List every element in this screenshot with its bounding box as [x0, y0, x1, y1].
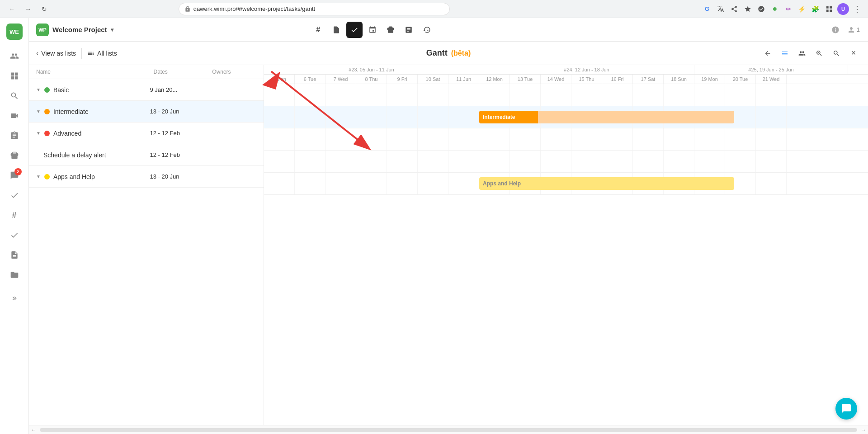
- table-row: ▼ Advanced 12 - 12 Feb: [29, 123, 264, 144]
- scroll-track[interactable]: [40, 428, 857, 432]
- address-bar[interactable]: qawerk.wimi.pro/#/welcome-project/tasks/…: [179, 3, 450, 15]
- gantt-title: Gantt (bêta): [426, 48, 471, 58]
- timeline-cell: [633, 128, 664, 150]
- chevron-icon[interactable]: ▼: [36, 87, 41, 92]
- timeline-cell: [264, 106, 295, 128]
- reload-button[interactable]: ↻: [38, 3, 51, 15]
- view-as-lists-link[interactable]: ‹ View as lists: [36, 49, 76, 57]
- sidebar-item-hash[interactable]: #: [5, 206, 24, 224]
- day-label: 11 Jun: [448, 75, 479, 84]
- day-label: 17 Sat: [633, 75, 664, 84]
- info-icon[interactable]: [828, 23, 843, 37]
- user-avatar[interactable]: U: [837, 3, 849, 15]
- back-button[interactable]: ←: [5, 3, 18, 15]
- day-label: 16 Fri: [602, 75, 633, 84]
- beta-tag: (bêta): [451, 49, 471, 57]
- gantt-zoom-in-btn[interactable]: [812, 46, 826, 61]
- tool-hash[interactable]: #: [310, 22, 326, 38]
- user-count[interactable]: 1: [846, 23, 861, 37]
- google-icon[interactable]: G: [702, 4, 712, 14]
- app-container: WE 2 #: [0, 18, 868, 434]
- gantt-close-btn[interactable]: ×: [846, 46, 861, 61]
- sidebar-item-doc[interactable]: [5, 246, 24, 264]
- timeline-cell: [295, 173, 326, 194]
- green-icon[interactable]: ●: [769, 4, 780, 14]
- gantt-lines-btn[interactable]: [778, 46, 792, 61]
- tool-document[interactable]: [328, 22, 344, 38]
- row-dates-basic: 9 Jan 20...: [146, 83, 205, 97]
- timeline-cell: [326, 106, 356, 128]
- scroll-right-btn[interactable]: →: [859, 427, 868, 433]
- chat-widget-button[interactable]: [835, 398, 857, 420]
- timeline-row: [264, 151, 868, 173]
- gantt-people-btn[interactable]: [795, 46, 809, 61]
- timeline-cell: [356, 84, 387, 106]
- svg-rect-2: [830, 9, 832, 12]
- gantt-search-btn[interactable]: [829, 46, 844, 61]
- chevron-icon[interactable]: ▼: [36, 131, 41, 136]
- gantt-bar[interactable]: Intermediate: [479, 111, 734, 123]
- gantt-actions: ×: [760, 46, 861, 61]
- scroll-left-btn[interactable]: ←: [29, 427, 38, 433]
- week-labels: #23, 05 Jun - 11 Jun #24, 12 Jun - 18 Ju…: [264, 65, 868, 75]
- timeline-cell: [694, 128, 725, 150]
- timeline-row: [264, 84, 868, 106]
- svg-rect-1: [830, 6, 832, 9]
- chevron-icon[interactable]: ▼: [36, 109, 41, 114]
- timeline-cell: [479, 128, 510, 150]
- translate-icon[interactable]: [715, 4, 726, 14]
- sidebar-item-tasks[interactable]: [5, 186, 24, 204]
- profile-icon[interactable]: [756, 4, 767, 14]
- chevron-icon[interactable]: ▼: [36, 174, 41, 179]
- day-label: 13 Tue: [510, 75, 541, 84]
- view-as-lists-label: View as lists: [41, 50, 76, 57]
- sidebar-item-clipboard[interactable]: [5, 127, 24, 145]
- sidebar-item-search[interactable]: [5, 87, 24, 105]
- sidebar-item-chat[interactable]: 2: [5, 166, 24, 184]
- timeline-cell: [725, 84, 756, 106]
- window-icon[interactable]: [824, 4, 835, 14]
- puzzle-icon[interactable]: 🧩: [810, 4, 821, 14]
- pen-icon[interactable]: ✏: [783, 4, 794, 14]
- timeline-cell: [356, 128, 387, 150]
- tool-history[interactable]: [419, 22, 435, 38]
- timeline-cell: [725, 151, 756, 172]
- status-dot-red: [44, 131, 50, 136]
- timeline-cell: [418, 84, 448, 106]
- share-icon[interactable]: [729, 4, 740, 14]
- tool-briefcase[interactable]: [382, 22, 399, 38]
- project-name[interactable]: WP Welcome Project ▾: [36, 24, 113, 36]
- bookmark-icon[interactable]: [742, 4, 753, 14]
- row-name-basic: ▼ Basic: [29, 83, 146, 97]
- sidebar-item-grid[interactable]: [5, 67, 24, 85]
- timeline-cell: [448, 151, 479, 172]
- tool-calendar[interactable]: [364, 22, 381, 38]
- forward-button[interactable]: →: [22, 3, 34, 15]
- gantt-bar[interactable]: Apps and Help: [479, 177, 734, 190]
- timeline-cell: [571, 84, 602, 106]
- bolt-icon[interactable]: ⚡: [797, 4, 807, 14]
- table-row: Schedule a delay alert 12 - 12 Feb: [29, 144, 264, 166]
- status-dot-green: [44, 87, 50, 93]
- sidebar-item-briefcase[interactable]: [5, 146, 24, 165]
- tool-chart[interactable]: [401, 22, 417, 38]
- timeline-cell: [756, 106, 787, 128]
- timeline-cell: [633, 151, 664, 172]
- timeline-cell: [756, 84, 787, 106]
- timeline-row: Apps and Help: [264, 173, 868, 195]
- week-label-23: #23, 05 Jun - 11 Jun: [264, 65, 479, 74]
- sidebar-item-check[interactable]: [5, 226, 24, 244]
- day-label: 15 Thu: [571, 75, 602, 84]
- sidebar-expand[interactable]: [5, 289, 24, 307]
- sidebar-item-folder[interactable]: [5, 266, 24, 284]
- sidebar-item-video[interactable]: [5, 107, 24, 125]
- menu-icon[interactable]: ⋮: [852, 4, 863, 14]
- all-lists-btn[interactable]: All lists: [87, 50, 117, 57]
- sidebar-item-people[interactable]: [5, 47, 24, 65]
- col-header-dates: Dates: [146, 65, 205, 79]
- tool-tasks[interactable]: [346, 22, 363, 38]
- row-dates-intermediate: 13 - 20 Jun: [146, 104, 205, 118]
- svg-rect-3: [826, 9, 829, 12]
- app-logo: WE: [6, 24, 23, 40]
- gantt-back-btn[interactable]: [760, 46, 775, 61]
